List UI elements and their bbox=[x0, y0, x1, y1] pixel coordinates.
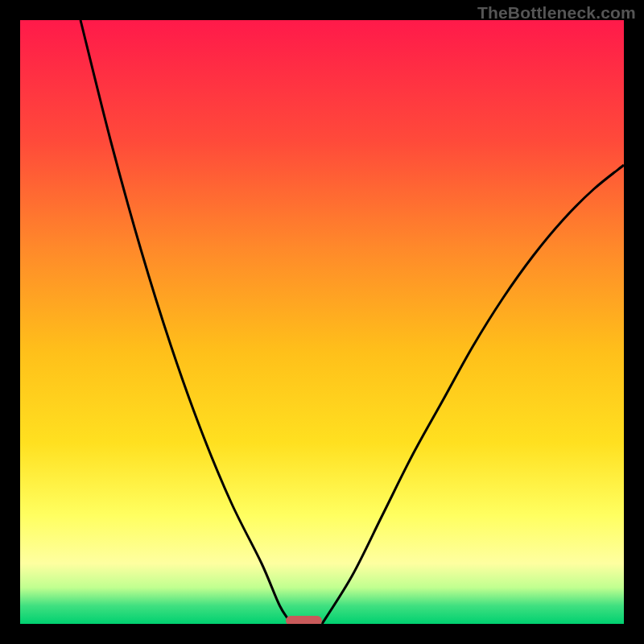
minimum-marker bbox=[286, 616, 322, 624]
left-curve bbox=[80, 20, 292, 624]
chart-svg bbox=[20, 20, 624, 624]
chart-plot-area bbox=[20, 20, 624, 624]
attribution-watermark: TheBottleneck.com bbox=[477, 3, 636, 23]
right-curve bbox=[322, 165, 624, 624]
